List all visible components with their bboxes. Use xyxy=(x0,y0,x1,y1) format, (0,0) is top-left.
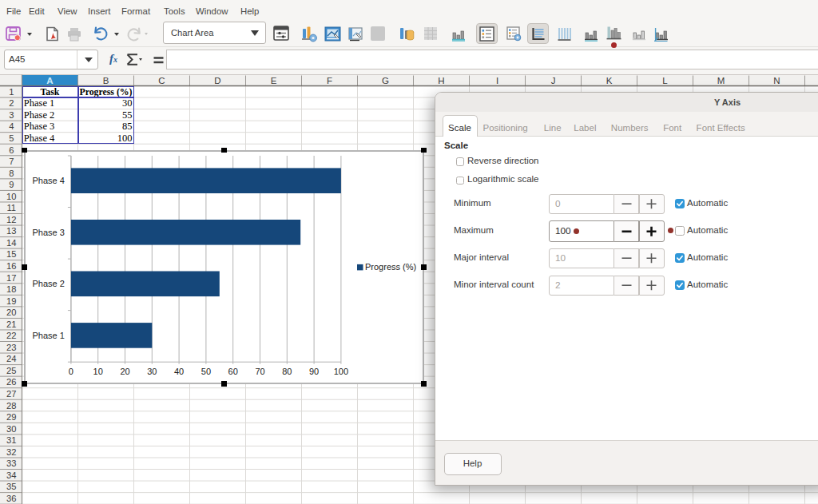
svg-text:50: 50 xyxy=(201,366,211,375)
svg-text:40: 40 xyxy=(174,366,184,375)
svg-text:Phase 3: Phase 3 xyxy=(33,227,65,236)
svg-text:60: 60 xyxy=(228,366,238,375)
svg-text:10: 10 xyxy=(93,366,103,375)
svg-text:0: 0 xyxy=(69,366,73,375)
svg-text:100: 100 xyxy=(334,366,348,375)
svg-text:80: 80 xyxy=(282,366,292,375)
svg-text:30: 30 xyxy=(147,366,157,375)
svg-text:90: 90 xyxy=(309,366,319,375)
svg-text:Phase 2: Phase 2 xyxy=(33,279,65,288)
svg-text:Progress (%): Progress (%) xyxy=(365,262,416,272)
svg-text:20: 20 xyxy=(120,366,129,375)
svg-text:Phase 1: Phase 1 xyxy=(33,330,65,339)
svg-text:Phase 4: Phase 4 xyxy=(33,176,65,185)
svg-text:70: 70 xyxy=(255,366,264,375)
